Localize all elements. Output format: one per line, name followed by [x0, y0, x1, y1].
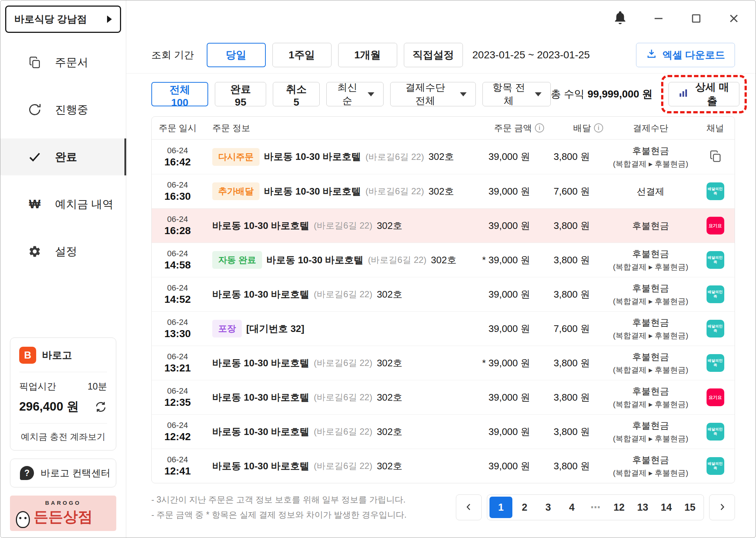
footer: - 3시간이 지난 주문은 고객 정보 보호를 위해 일부 정보를 가립니다. … [151, 492, 735, 523]
order-room: 302호 [377, 460, 402, 473]
period-button-one-month[interactable]: 1개월 [338, 43, 397, 67]
sidebar-item-in-progress[interactable]: 진행중 [0, 91, 126, 128]
tab-canceled[interactable]: 취소 5 [273, 82, 320, 106]
page-button-3[interactable]: 3 [537, 497, 560, 518]
col-payment-method: 결제수단 [605, 122, 696, 134]
payment-method-filter-dropdown[interactable]: 결제수단 전체 [390, 82, 475, 106]
sidebar-item-order-sheet[interactable]: 주문서 [0, 44, 126, 81]
order-badge: 포장 [212, 320, 242, 337]
table-row[interactable]: 06-24 12:42 바로동 10-30 바로호텔 (바로길6길 22) 30… [152, 414, 735, 449]
chevron-down-icon [368, 92, 374, 96]
delivery-fee: 3,800 원 [546, 391, 605, 404]
sidebar-item-label: 설정 [55, 244, 77, 259]
order-info-cell: 바로동 10-30 바로호텔 (바로길6길 22) 302호 [203, 460, 467, 473]
page-button-15[interactable]: 15 [678, 497, 701, 518]
table-row[interactable]: 06-24 16:42 다시주문 바로동 10-30 바로호텔 (바로길6길 2… [152, 140, 735, 174]
order-datetime-cell: 06-24 14:58 [152, 249, 203, 271]
pagination-ellipsis: ⋯ [584, 497, 607, 518]
close-button[interactable] [727, 11, 741, 25]
page-button-14[interactable]: 14 [655, 497, 678, 518]
order-address: (바로길6길 22) [365, 151, 424, 163]
period-button-one-week[interactable]: 1주일 [272, 43, 331, 67]
baemin-app-icon: 배달의민족 [707, 423, 724, 441]
maximize-button[interactable] [689, 11, 703, 25]
table-row[interactable]: 06-24 16:28 바로동 10-30 바로호텔 (바로길6길 22) 30… [152, 208, 735, 243]
orders-table: 주문 일시 주문 정보 주문 금액i 배달i 결제수단 채널 06-24 16:… [151, 116, 735, 483]
store-selector[interactable]: 바로식당 강남점 [5, 6, 121, 33]
page-button-4[interactable]: 4 [560, 497, 583, 518]
table-row[interactable]: 06-24 12:41 바로동 10-30 바로호텔 (바로길6길 22) 30… [152, 449, 735, 483]
tab-all[interactable]: 전체 100 [151, 82, 208, 106]
page-button-1[interactable]: 1 [489, 497, 512, 518]
period-button-same-day[interactable]: 당일 [207, 43, 266, 67]
sidebar-item-deposit-history[interactable]: ₩예치금 내역 [0, 186, 126, 223]
dropdown-value: 최신순 [336, 81, 359, 107]
refresh-icon[interactable] [94, 401, 107, 413]
tab-completed[interactable]: 완료 95 [215, 82, 266, 106]
payment-method: 후불현금 [605, 248, 696, 260]
order-address: (바로길6길 22) [368, 254, 427, 266]
sidebar-item-label: 주문서 [55, 55, 88, 70]
order-amount: 39,000 원 [467, 219, 546, 232]
dropdown-value: 결제수단 전체 [399, 81, 451, 107]
col-order-datetime: 주문 일시 [152, 122, 203, 134]
order-badge: 추가배달 [212, 182, 260, 200]
table-row[interactable]: 06-24 14:52 바로동 10-30 바로호텔 (바로길6길 22) 30… [152, 277, 735, 311]
detail-sales-button[interactable]: 상세 매출 [669, 82, 739, 106]
info-icon[interactable]: i [535, 123, 544, 133]
period-button-custom[interactable]: 직접설정 [404, 43, 463, 67]
page-button-12[interactable]: 12 [608, 497, 630, 518]
order-time: 16:30 [152, 191, 203, 202]
order-address: (바로길6길 22) [314, 288, 372, 300]
table-row[interactable]: 06-24 14:58 자동 완료 바로동 10-30 바로호텔 (바로길6길 … [152, 243, 735, 277]
excel-download-button[interactable]: 엑셀 다운로드 [636, 43, 735, 67]
item-filter-dropdown[interactable]: 항목 전체 [482, 82, 551, 106]
table-row[interactable]: 06-24 12:35 바로동 10-30 바로호텔 (바로길6길 22) 30… [152, 380, 735, 414]
baemin-app-icon: 배달의민족 [707, 457, 724, 475]
order-info-cell: 바로동 10-30 바로호텔 (바로길6길 22) 302호 [203, 288, 467, 301]
sidebar-item-completed[interactable]: 완료 [0, 138, 126, 175]
notification-bell-icon[interactable] [612, 10, 628, 27]
table-row[interactable]: 06-24 16:30 추가배달 바로동 10-30 바로호텔 (바로길6길 2… [152, 174, 735, 208]
payment-detail: (복합결제 ▸ 후불현금) [605, 296, 696, 306]
info-icon[interactable]: i [594, 123, 603, 133]
order-info-cell: 바로동 10-30 바로호텔 (바로길6길 22) 302호 [203, 219, 467, 232]
total-revenue: 총 수익99,999,000 원 [551, 87, 653, 101]
table-row[interactable]: 06-24 13:30 포장 [대기번호 32] 39,000 원 7,600 … [152, 311, 735, 346]
order-datetime-cell: 06-24 12:35 [152, 386, 203, 408]
order-place: 바로동 10-30 바로호텔 [264, 150, 361, 163]
banner-title: 든든상점 [34, 507, 93, 527]
payment-cell: 선결제 [605, 185, 696, 198]
contact-center-button[interactable]: ? 바로고 컨택센터 [10, 459, 116, 487]
next-page-button[interactable] [709, 494, 735, 520]
banner-brand: BAROGO [45, 500, 81, 506]
copy-channel-icon[interactable] [709, 150, 722, 164]
penguin-mascot-icon [16, 511, 30, 528]
wallet-brand-name: 바로고 [42, 349, 72, 362]
revenue-label: 총 수익 [551, 88, 585, 100]
page-button-13[interactable]: 13 [631, 497, 654, 518]
payment-method: 후불현금 [605, 220, 696, 232]
sort-order-dropdown[interactable]: 최신순 [326, 82, 384, 106]
status-tabs: 전체 100완료 95취소 5 [151, 82, 320, 106]
channel-cell [696, 150, 735, 164]
table-row[interactable]: 06-24 13:21 바로동 10-30 바로호텔 (바로길6길 22) 30… [152, 346, 735, 380]
table-header: 주문 일시 주문 정보 주문 금액i 배달i 결제수단 채널 [152, 117, 735, 140]
order-room: 302호 [377, 357, 402, 370]
baemin-app-icon: 배달의민족 [707, 182, 724, 200]
deposit-account-link[interactable]: 예치금 충전 계좌보기 [19, 431, 107, 443]
prev-page-button[interactable] [456, 494, 482, 520]
promo-banner[interactable]: BAROGO 든든상점 [10, 496, 116, 531]
check-icon [28, 150, 42, 164]
payment-cell: 후불현금 (복합결제 ▸ 후불현금) [605, 316, 696, 341]
baemin-app-icon: 배달의민족 [707, 251, 724, 269]
sidebar-nav: 주문서진행중완료₩예치금 내역설정 [0, 44, 126, 280]
bar-chart-icon [678, 88, 689, 101]
pickup-time-value: 10분 [87, 380, 107, 393]
minimize-button[interactable] [652, 11, 666, 25]
delivery-fee: 3,800 원 [546, 288, 605, 301]
wallet-card: B 바로고 픽업시간 10분 296,400 원 예치금 충전 계좌보기 [10, 337, 116, 450]
sidebar-item-settings[interactable]: 설정 [0, 233, 126, 270]
yogiyo-app-icon: 요기요 [707, 217, 724, 234]
page-button-2[interactable]: 2 [513, 497, 536, 518]
